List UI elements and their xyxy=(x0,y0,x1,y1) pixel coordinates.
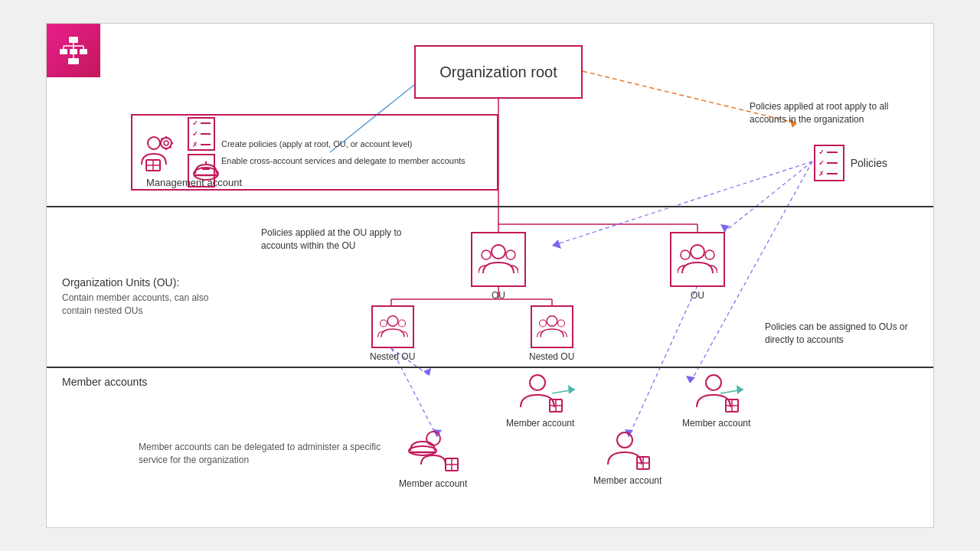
nested-ou1-label: Nested OU xyxy=(370,351,415,362)
policies-box: ✓ ✓ ✗ Policies xyxy=(814,145,887,181)
svg-point-62 xyxy=(398,320,405,327)
nested-ou2-box xyxy=(531,305,573,348)
svg-point-60 xyxy=(387,316,398,327)
ou2-icon: OU xyxy=(670,232,725,301)
member-account3: Member account xyxy=(399,429,467,489)
svg-point-58 xyxy=(681,250,690,259)
nested-ou2-label: Nested OU xyxy=(529,351,574,362)
svg-line-45 xyxy=(162,139,163,140)
ou1-icon: OU xyxy=(471,232,526,301)
svg-point-57 xyxy=(691,245,704,259)
nested-ou1-box xyxy=(371,305,414,348)
org-root-box: Organization root xyxy=(414,45,583,99)
ou1-label: OU xyxy=(492,290,505,301)
svg-point-74 xyxy=(409,446,436,455)
ou2-box xyxy=(670,232,725,287)
svg-point-39 xyxy=(161,138,172,148)
root-annotation: Policies applied at root apply to all ac… xyxy=(750,100,903,126)
svg-point-54 xyxy=(492,245,505,259)
svg-point-76 xyxy=(426,432,440,445)
mgmt-label: Management account xyxy=(146,177,242,188)
svg-point-38 xyxy=(148,137,160,149)
svg-point-40 xyxy=(164,141,168,145)
member-section-label: Member accounts xyxy=(62,376,147,388)
svg-point-64 xyxy=(539,320,546,327)
svg-point-56 xyxy=(506,250,515,259)
policies-checklist-icon: ✓ ✓ ✗ xyxy=(814,145,844,181)
member-account1-label: Member account xyxy=(506,418,574,429)
ou-section-sublabel: Contain member accounts, can also contai… xyxy=(62,292,215,318)
policy-annotation: Policies can be assigned to OUs or direc… xyxy=(765,321,918,347)
diagram-container: Organization root xyxy=(46,23,934,528)
nested-ou1-icon: Nested OU xyxy=(370,305,415,362)
svg-line-46 xyxy=(170,147,172,148)
svg-point-63 xyxy=(547,316,557,327)
ou2-label: OU xyxy=(691,290,704,301)
svg-point-59 xyxy=(705,250,714,259)
svg-point-70 xyxy=(706,375,721,390)
mgmt-text-2: Enable cross-account services and delega… xyxy=(221,155,491,166)
svg-point-61 xyxy=(380,320,387,327)
member-account3-label: Member account xyxy=(399,478,467,489)
member-account4: Member account xyxy=(593,429,662,486)
member-account2: Member account xyxy=(682,372,750,429)
member-account2-label: Member account xyxy=(682,418,750,429)
ou1-box xyxy=(471,232,526,287)
mgmt-text-block: Create policies (apply at root, OU, or a… xyxy=(221,139,491,167)
org-root-title: Organization root xyxy=(439,64,557,81)
svg-point-65 xyxy=(557,320,564,327)
member-section-sublabel: Member accounts can be delegated to admi… xyxy=(139,441,399,467)
checklist-icon-1: ✓ ✓ ✗ xyxy=(188,117,215,151)
svg-point-66 xyxy=(530,375,545,390)
policies-label: Policies xyxy=(851,157,887,169)
ou-annotation: Policies applied at the OU apply to acco… xyxy=(261,227,430,253)
svg-point-55 xyxy=(482,250,491,259)
mgmt-text-1: Create policies (apply at root, OU, or a… xyxy=(221,139,491,149)
nested-ou2-icon: Nested OU xyxy=(529,305,574,362)
svg-point-80 xyxy=(617,432,632,448)
member-account4-label: Member account xyxy=(593,475,662,486)
ou-section-label: Organization Units (OU): xyxy=(62,276,179,289)
mgmt-person-icon xyxy=(139,131,181,174)
member-account1: Member account xyxy=(506,372,574,429)
